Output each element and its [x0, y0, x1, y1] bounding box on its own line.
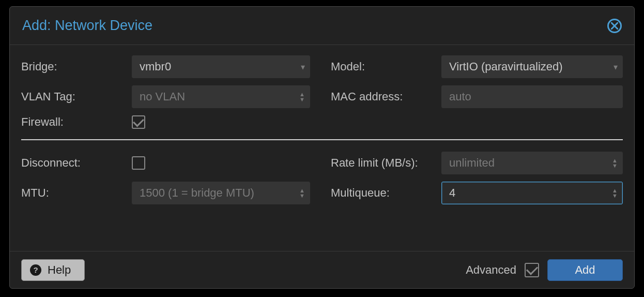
advanced-checkbox[interactable] [525, 263, 539, 277]
close-button[interactable] [607, 19, 622, 33]
model-select[interactable]: VirtIO (paravirtualized) [441, 55, 623, 78]
add-network-device-dialog: Add: Network Device Bridge: vmbr0 ▾ Mode… [9, 6, 635, 289]
bridge-select[interactable]: vmbr0 [132, 55, 310, 78]
firewall-label: Firewall: [21, 115, 132, 129]
help-button[interactable]: ? Help [21, 259, 85, 281]
advanced-label: Advanced [466, 263, 516, 277]
bridge-label: Bridge: [21, 60, 132, 73]
dialog-body: Bridge: vmbr0 ▾ Model: VirtIO (paravirtu… [10, 45, 634, 251]
dialog-title: Add: Network Device [22, 18, 152, 34]
mac-label: MAC address: [331, 90, 441, 103]
add-button[interactable]: Add [547, 259, 623, 281]
multiqueue-label: Multiqueue: [331, 186, 441, 200]
section-divider [21, 139, 623, 140]
mtu-label: MTU: [21, 186, 132, 200]
dialog-titlebar: Add: Network Device [10, 7, 634, 45]
dialog-footer: ? Help Advanced Add [10, 251, 634, 288]
help-label: Help [48, 263, 71, 277]
ratelimit-label: Rate limit (MB/s): [331, 156, 441, 170]
vlan-label: VLAN Tag: [21, 90, 132, 103]
firewall-checkbox[interactable] [132, 115, 145, 129]
close-icon [611, 22, 618, 29]
mtu-input[interactable] [132, 182, 310, 204]
help-icon: ? [30, 264, 41, 276]
ratelimit-input[interactable] [441, 152, 623, 174]
vlan-input[interactable] [132, 85, 310, 108]
model-label: Model: [331, 60, 441, 73]
disconnect-checkbox[interactable] [132, 156, 145, 170]
multiqueue-input[interactable] [441, 182, 623, 204]
disconnect-label: Disconnect: [21, 156, 132, 170]
mac-input[interactable] [441, 85, 623, 108]
